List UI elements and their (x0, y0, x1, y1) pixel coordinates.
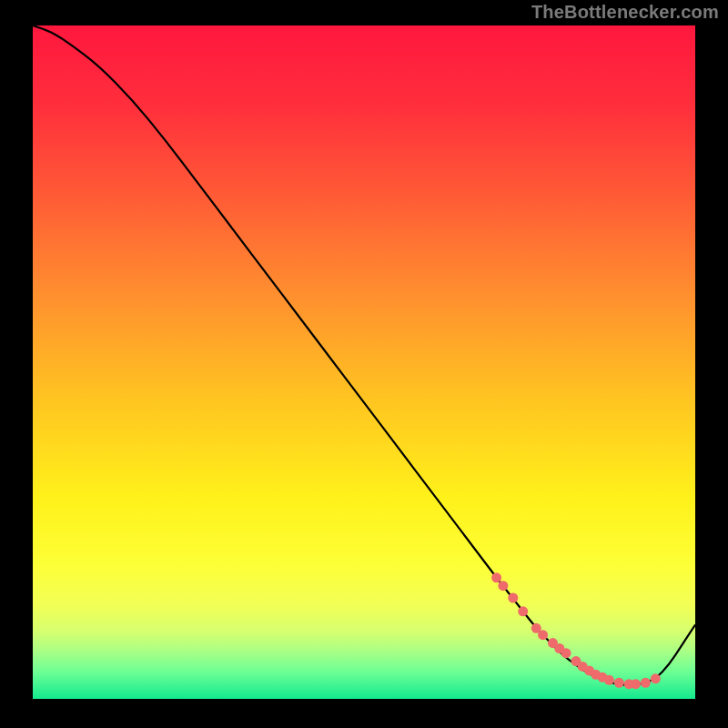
highlight-dot (561, 648, 571, 658)
gradient-background (33, 25, 695, 699)
highlight-dot (604, 675, 614, 685)
chart-container: TheBottlenecker.com (0, 0, 728, 728)
highlight-dot (508, 593, 518, 603)
attribution-label: TheBottlenecker.com (531, 2, 719, 23)
highlight-dot (614, 678, 624, 688)
highlight-dot (641, 678, 651, 688)
highlight-dot (631, 679, 641, 689)
highlight-dot (538, 630, 548, 640)
plot-area (33, 25, 695, 699)
highlight-dot (651, 673, 661, 683)
highlight-dot (491, 572, 501, 582)
highlight-dot (498, 581, 508, 591)
highlight-dot (518, 606, 528, 616)
chart-svg (33, 25, 695, 699)
